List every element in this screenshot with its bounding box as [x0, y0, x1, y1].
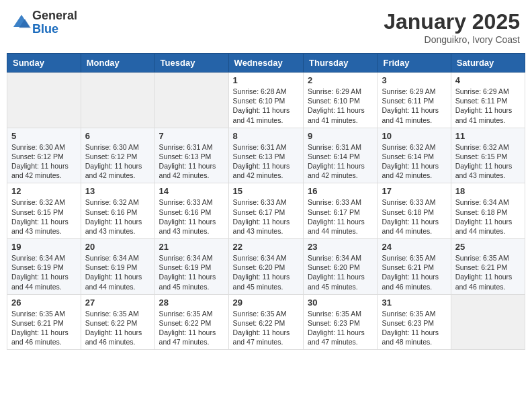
day-number: 19 — [11, 242, 77, 252]
calendar-cell: 12Sunrise: 6:32 AM Sunset: 6:15 PM Dayli… — [7, 183, 81, 239]
day-number: 7 — [159, 131, 224, 141]
calendar-cell — [81, 73, 154, 128]
calendar-week-row: 26Sunrise: 6:35 AM Sunset: 6:21 PM Dayli… — [7, 294, 525, 350]
calendar-week-row: 1Sunrise: 6:28 AM Sunset: 6:10 PM Daylig… — [7, 73, 525, 128]
calendar-cell: 22Sunrise: 6:34 AM Sunset: 6:20 PM Dayli… — [228, 239, 303, 295]
logo-general-text: General — [32, 9, 77, 23]
day-info: Sunrise: 6:33 AM Sunset: 6:17 PM Dayligh… — [233, 197, 299, 236]
calendar-week-row: 12Sunrise: 6:32 AM Sunset: 6:15 PM Dayli… — [7, 183, 525, 239]
calendar-cell: 4Sunrise: 6:29 AM Sunset: 6:11 PM Daylig… — [451, 73, 525, 128]
day-number: 6 — [85, 131, 150, 141]
day-number: 31 — [382, 298, 446, 308]
weekday-header-cell: Saturday — [451, 54, 525, 73]
day-info: Sunrise: 6:29 AM Sunset: 6:11 PM Dayligh… — [382, 87, 446, 125]
day-number: 5 — [11, 131, 77, 141]
day-info: Sunrise: 6:33 AM Sunset: 6:16 PM Dayligh… — [159, 197, 224, 236]
day-number: 17 — [382, 186, 446, 196]
day-number: 9 — [308, 131, 373, 141]
day-number: 24 — [382, 242, 446, 252]
calendar-cell: 7Sunrise: 6:31 AM Sunset: 6:13 PM Daylig… — [154, 128, 228, 183]
calendar-cell: 20Sunrise: 6:34 AM Sunset: 6:19 PM Dayli… — [81, 239, 154, 295]
day-number: 27 — [85, 298, 150, 308]
calendar-cell: 2Sunrise: 6:29 AM Sunset: 6:10 PM Daylig… — [304, 73, 378, 128]
calendar-cell: 29Sunrise: 6:35 AM Sunset: 6:22 PM Dayli… — [228, 294, 303, 350]
weekday-header-cell: Wednesday — [228, 54, 303, 73]
calendar-cell: 18Sunrise: 6:34 AM Sunset: 6:18 PM Dayli… — [451, 183, 525, 239]
day-number: 30 — [308, 298, 373, 308]
day-number: 1 — [233, 75, 299, 85]
calendar-week-row: 19Sunrise: 6:34 AM Sunset: 6:19 PM Dayli… — [7, 239, 525, 295]
calendar-cell: 26Sunrise: 6:35 AM Sunset: 6:21 PM Dayli… — [7, 294, 81, 350]
calendar-cell — [7, 73, 81, 128]
day-number: 29 — [233, 298, 299, 308]
calendar-body: 1Sunrise: 6:28 AM Sunset: 6:10 PM Daylig… — [7, 73, 525, 350]
title-area: January 2025 Donguikro, Ivory Coast — [384, 9, 520, 45]
day-info: Sunrise: 6:34 AM Sunset: 6:20 PM Dayligh… — [233, 253, 299, 291]
calendar-cell: 31Sunrise: 6:35 AM Sunset: 6:23 PM Dayli… — [378, 294, 451, 350]
weekday-header-cell: Sunday — [7, 54, 81, 73]
day-info: Sunrise: 6:35 AM Sunset: 6:22 PM Dayligh… — [159, 309, 224, 347]
calendar-cell: 14Sunrise: 6:33 AM Sunset: 6:16 PM Dayli… — [154, 183, 228, 239]
calendar-cell: 5Sunrise: 6:30 AM Sunset: 6:12 PM Daylig… — [7, 128, 81, 183]
calendar-cell: 10Sunrise: 6:32 AM Sunset: 6:14 PM Dayli… — [378, 128, 451, 183]
logo-icon — [12, 13, 31, 32]
day-info: Sunrise: 6:31 AM Sunset: 6:13 PM Dayligh… — [159, 142, 224, 181]
day-info: Sunrise: 6:34 AM Sunset: 6:18 PM Dayligh… — [455, 197, 521, 236]
weekday-header-cell: Thursday — [304, 54, 378, 73]
day-info: Sunrise: 6:31 AM Sunset: 6:13 PM Dayligh… — [233, 142, 299, 181]
day-number: 21 — [159, 242, 224, 252]
day-number: 18 — [455, 186, 521, 196]
calendar-cell: 30Sunrise: 6:35 AM Sunset: 6:23 PM Dayli… — [304, 294, 378, 350]
day-info: Sunrise: 6:30 AM Sunset: 6:12 PM Dayligh… — [11, 142, 77, 181]
logo-blue-text: Blue — [32, 23, 77, 36]
calendar-cell: 16Sunrise: 6:33 AM Sunset: 6:17 PM Dayli… — [304, 183, 378, 239]
day-number: 20 — [85, 242, 150, 252]
day-info: Sunrise: 6:29 AM Sunset: 6:10 PM Dayligh… — [308, 87, 373, 125]
subtitle: Donguikro, Ivory Coast — [384, 34, 520, 45]
day-number: 28 — [159, 298, 224, 308]
calendar-cell: 24Sunrise: 6:35 AM Sunset: 6:21 PM Dayli… — [378, 239, 451, 295]
day-info: Sunrise: 6:32 AM Sunset: 6:14 PM Dayligh… — [382, 142, 446, 181]
calendar-cell: 27Sunrise: 6:35 AM Sunset: 6:22 PM Dayli… — [81, 294, 154, 350]
calendar-cell: 15Sunrise: 6:33 AM Sunset: 6:17 PM Dayli… — [228, 183, 303, 239]
calendar-week-row: 5Sunrise: 6:30 AM Sunset: 6:12 PM Daylig… — [7, 128, 525, 183]
calendar-cell: 9Sunrise: 6:31 AM Sunset: 6:14 PM Daylig… — [304, 128, 378, 183]
day-info: Sunrise: 6:35 AM Sunset: 6:23 PM Dayligh… — [308, 309, 373, 347]
month-title: January 2025 — [384, 9, 520, 34]
page-header: General Blue January 2025 Donguikro, Ivo… — [7, 7, 525, 48]
calendar-cell: 11Sunrise: 6:32 AM Sunset: 6:15 PM Dayli… — [451, 128, 525, 183]
day-info: Sunrise: 6:34 AM Sunset: 6:19 PM Dayligh… — [85, 253, 150, 291]
day-number: 8 — [233, 131, 299, 141]
day-info: Sunrise: 6:32 AM Sunset: 6:15 PM Dayligh… — [455, 142, 521, 181]
weekday-header-row: SundayMondayTuesdayWednesdayThursdayFrid… — [7, 54, 525, 73]
calendar-cell — [154, 73, 228, 128]
day-number: 15 — [233, 186, 299, 196]
calendar-cell: 3Sunrise: 6:29 AM Sunset: 6:11 PM Daylig… — [378, 73, 451, 128]
day-info: Sunrise: 6:35 AM Sunset: 6:22 PM Dayligh… — [85, 309, 150, 347]
day-number: 4 — [455, 75, 521, 85]
day-info: Sunrise: 6:28 AM Sunset: 6:10 PM Dayligh… — [233, 87, 299, 125]
logo: General Blue — [12, 9, 77, 36]
weekday-header-cell: Monday — [81, 54, 154, 73]
calendar-table: SundayMondayTuesdayWednesdayThursdayFrid… — [7, 53, 525, 350]
day-info: Sunrise: 6:29 AM Sunset: 6:11 PM Dayligh… — [455, 87, 521, 125]
day-info: Sunrise: 6:31 AM Sunset: 6:14 PM Dayligh… — [308, 142, 373, 181]
calendar-cell: 1Sunrise: 6:28 AM Sunset: 6:10 PM Daylig… — [228, 73, 303, 128]
day-info: Sunrise: 6:32 AM Sunset: 6:16 PM Dayligh… — [85, 197, 150, 236]
calendar-cell — [451, 294, 525, 350]
calendar-cell: 19Sunrise: 6:34 AM Sunset: 6:19 PM Dayli… — [7, 239, 81, 295]
day-info: Sunrise: 6:34 AM Sunset: 6:20 PM Dayligh… — [308, 253, 373, 291]
day-number: 22 — [233, 242, 299, 252]
day-info: Sunrise: 6:35 AM Sunset: 6:21 PM Dayligh… — [11, 309, 77, 347]
day-info: Sunrise: 6:35 AM Sunset: 6:21 PM Dayligh… — [382, 253, 446, 291]
day-info: Sunrise: 6:35 AM Sunset: 6:21 PM Dayligh… — [455, 253, 521, 291]
day-number: 16 — [308, 186, 373, 196]
day-number: 26 — [11, 298, 77, 308]
weekday-header-cell: Friday — [378, 54, 451, 73]
day-info: Sunrise: 6:34 AM Sunset: 6:19 PM Dayligh… — [11, 253, 77, 291]
day-number: 23 — [308, 242, 373, 252]
calendar-cell: 25Sunrise: 6:35 AM Sunset: 6:21 PM Dayli… — [451, 239, 525, 295]
day-number: 3 — [382, 75, 446, 85]
calendar-cell: 17Sunrise: 6:33 AM Sunset: 6:18 PM Dayli… — [378, 183, 451, 239]
calendar-cell: 23Sunrise: 6:34 AM Sunset: 6:20 PM Dayli… — [304, 239, 378, 295]
